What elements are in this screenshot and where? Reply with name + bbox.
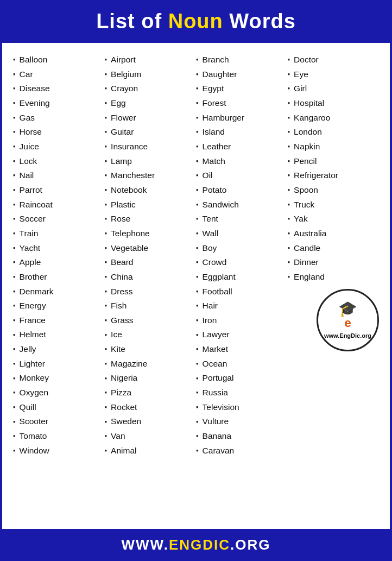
list-item: Apple (13, 255, 105, 270)
page-title: List of Noun Words (11, 10, 381, 33)
list-item: Energy (13, 299, 105, 313)
list-item: Nigeria (105, 371, 197, 386)
list-item: Oxygen (13, 386, 105, 400)
list-item: Vulture (196, 414, 288, 429)
list-item: Rose (105, 212, 197, 226)
content-area: BalloonCarDiseaseEveningGasHorseJuiceLoc… (0, 43, 392, 529)
list-item: Flower (105, 111, 197, 125)
list-item: Spoon (288, 183, 380, 198)
logo-url: www.EngDic.org (324, 332, 371, 339)
list-item: Parrot (13, 183, 105, 198)
list-item: Guitar (105, 125, 197, 140)
list-item: Egypt (196, 81, 288, 96)
list-item: Forest (196, 96, 288, 111)
list-item: Pizza (105, 386, 197, 400)
footer-www: WWW. (122, 537, 169, 553)
list-item: Crowd (196, 255, 288, 270)
list-item: Animal (105, 444, 197, 458)
footer-engdic: ENGDIC (169, 537, 230, 553)
list-item: Eggplant (196, 270, 288, 285)
list-item: France (13, 313, 105, 328)
list-item: Monkey (13, 371, 105, 386)
list-item: Dress (105, 285, 197, 299)
list-item: Doctor (288, 53, 380, 67)
list-item: Insurance (105, 140, 197, 154)
list-item: Island (196, 125, 288, 140)
logo-e: e (344, 317, 351, 329)
footer-org: .ORG (230, 537, 270, 553)
column-4: DoctorEyeGirlHospitalKangarooLondonNapki… (288, 53, 380, 458)
list-item: Refrigerator (288, 168, 380, 183)
list-item: Lawyer (196, 327, 288, 342)
list-item: Boy (196, 241, 288, 256)
list-item: Van (105, 429, 197, 444)
list-item: Sandwich (196, 198, 288, 212)
list-item: Denmark (13, 285, 105, 299)
list-item: Ocean (196, 357, 288, 371)
list-item: Football (196, 285, 288, 299)
list-item: Caravan (196, 444, 288, 458)
list-item: Portugal (196, 371, 288, 386)
column-3: BranchDaughterEgyptForestHamburgerIsland… (196, 53, 288, 458)
list-item: Wall (196, 226, 288, 241)
list-item: Eye (288, 67, 380, 82)
title-noun: Noun (168, 10, 223, 33)
list-item: Australia (288, 226, 380, 241)
list-item: China (105, 270, 197, 285)
list-item: Quill (13, 400, 105, 415)
list-item: Soccer (13, 212, 105, 226)
list-item: Hospital (288, 96, 380, 111)
list-item: Belgium (105, 67, 197, 82)
list-item: Television (196, 400, 288, 415)
logo-hat-icon: 🎓 (338, 301, 357, 318)
list-item: Tomato (13, 429, 105, 444)
word-list-4: DoctorEyeGirlHospitalKangarooLondonNapki… (288, 53, 380, 285)
list-item: Kangaroo (288, 111, 380, 125)
list-item: Lighter (13, 357, 105, 371)
list-item: Napkin (288, 140, 380, 154)
list-item: England (288, 270, 380, 285)
footer-text: WWW.ENGDIC.ORG (122, 537, 271, 553)
word-columns: BalloonCarDiseaseEveningGasHorseJuiceLoc… (13, 53, 379, 458)
list-item: Truck (288, 198, 380, 212)
list-item: Telephone (105, 226, 197, 241)
list-item: Potato (196, 183, 288, 198)
list-item: Match (196, 154, 288, 169)
list-item: Notebook (105, 183, 197, 198)
list-item: Evening (13, 96, 105, 111)
list-item: Girl (288, 81, 380, 96)
list-item: Sweden (105, 414, 197, 429)
list-item: Daughter (196, 67, 288, 82)
list-item: Train (13, 226, 105, 241)
list-item: Horse (13, 125, 105, 140)
column-2: AirportBelgiumCrayonEggFlowerGuitarInsur… (105, 53, 197, 458)
word-list-2: AirportBelgiumCrayonEggFlowerGuitarInsur… (105, 53, 197, 458)
list-item: Leather (196, 140, 288, 154)
list-item: Raincoat (13, 198, 105, 212)
list-item: Lock (13, 154, 105, 169)
list-item: Car (13, 67, 105, 82)
title-before: List of (96, 10, 168, 33)
list-item: Russia (196, 386, 288, 400)
header: List of Noun Words (0, 0, 392, 43)
list-item: Gas (13, 111, 105, 125)
list-item: Tent (196, 212, 288, 226)
list-item: Market (196, 342, 288, 357)
list-item: Balloon (13, 53, 105, 67)
list-item: Grass (105, 313, 197, 328)
title-after: Words (223, 10, 296, 33)
list-item: Hair (196, 299, 288, 313)
list-item: Candle (288, 241, 380, 256)
list-item: Crayon (105, 81, 197, 96)
list-item: Scooter (13, 414, 105, 429)
word-list-1: BalloonCarDiseaseEveningGasHorseJuiceLoc… (13, 53, 105, 458)
list-item: Vegetable (105, 241, 197, 256)
list-item: Branch (196, 53, 288, 67)
list-item: Lamp (105, 154, 197, 169)
list-item: Yacht (13, 241, 105, 256)
list-item: Beard (105, 255, 197, 270)
list-item: Pencil (288, 154, 380, 169)
word-list-3: BranchDaughterEgyptForestHamburgerIsland… (196, 53, 288, 458)
list-item: Window (13, 444, 105, 458)
list-item: Airport (105, 53, 197, 67)
